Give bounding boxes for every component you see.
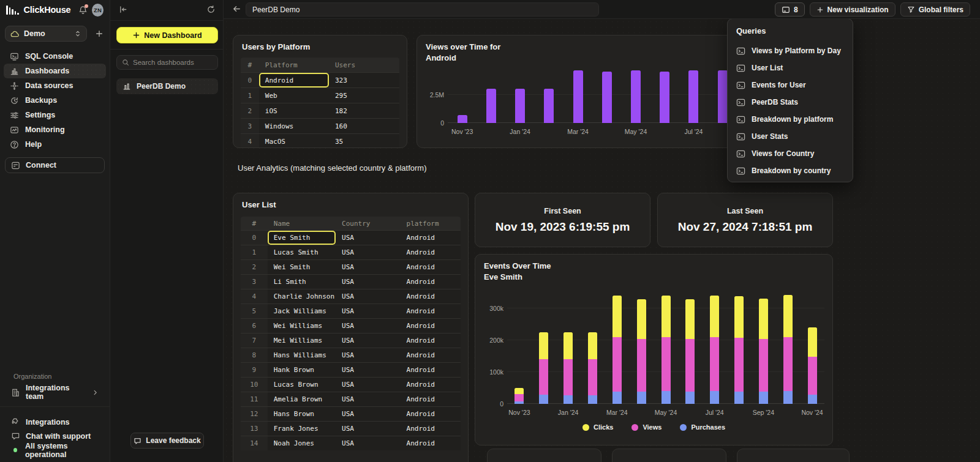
table-row[interactable]: 2iOS182 — [241, 103, 399, 118]
bar-segment-purchases[interactable] — [514, 401, 524, 404]
bar[interactable] — [660, 72, 669, 123]
cell[interactable]: Amelia Brown — [268, 392, 336, 406]
query-item-peerdb-stats[interactable]: PeerDB Stats — [736, 94, 848, 111]
cell[interactable]: 0 — [241, 73, 259, 88]
cell[interactable]: 9 — [241, 363, 268, 377]
table-row[interactable]: 5Jack WilliamsUSAAndroid — [241, 304, 461, 318]
cell[interactable]: Jack Williams — [268, 304, 336, 318]
cell[interactable]: Charlie Johnson — [268, 289, 336, 304]
refresh-button[interactable] — [206, 5, 216, 14]
cell[interactable]: 4 — [241, 134, 259, 148]
query-item-events-for-user[interactable]: Events for User — [736, 76, 848, 94]
sidebar-item-all-systems-operational[interactable]: All systems operational — [5, 443, 105, 457]
query-item-user-stats[interactable]: User Stats — [736, 128, 848, 145]
query-item-views-for-country[interactable]: Views for Country — [736, 145, 848, 162]
bar-segment-clicks[interactable] — [734, 296, 744, 338]
sidebar-item-data-sources[interactable]: Data sources — [4, 78, 106, 93]
cell[interactable]: 12 — [241, 407, 268, 421]
cell[interactable]: Frank Jones — [268, 422, 336, 436]
leave-feedback-button[interactable]: Leave feedback — [130, 433, 204, 449]
bar-segment-purchases[interactable] — [685, 392, 695, 404]
table-row[interactable]: 9Hank BrownUSAAndroid — [241, 362, 461, 377]
bar-segment-views[interactable] — [662, 337, 671, 391]
table-row[interactable]: 0Eve SmithUSAAndroid — [241, 230, 461, 245]
bar-segment-clicks[interactable] — [612, 296, 622, 337]
cell[interactable]: Wei Williams — [268, 319, 336, 333]
cell[interactable]: 6 — [241, 319, 268, 333]
sidebar-item-integrations[interactable]: Integrations — [5, 415, 105, 429]
cell[interactable]: 0 — [241, 231, 268, 245]
cell[interactable]: Android — [401, 378, 461, 392]
cell[interactable]: 14 — [241, 436, 268, 450]
legend-item-purchases[interactable]: Purchases — [680, 423, 725, 431]
cell[interactable]: 3 — [241, 119, 259, 133]
bar[interactable] — [688, 70, 698, 123]
cell[interactable]: Android — [401, 231, 461, 245]
bar-segment-views[interactable] — [759, 339, 768, 392]
legend-item-views[interactable]: Views — [631, 423, 662, 431]
cell[interactable]: USA — [336, 289, 400, 304]
cell[interactable]: USA — [336, 260, 400, 274]
cell[interactable]: 5 — [241, 304, 268, 318]
cell[interactable]: Android — [401, 319, 461, 333]
bar-segment-clicks[interactable] — [564, 332, 573, 359]
query-item-views-by-platform-by-day[interactable]: Views by Platform by Day — [736, 42, 848, 59]
cell[interactable]: USA — [336, 304, 400, 318]
cell[interactable]: Lucas Smith — [268, 245, 336, 259]
cell[interactable]: USA — [336, 422, 400, 436]
bar[interactable] — [458, 115, 467, 123]
sidebar-item-sql-console[interactable]: SQL Console — [4, 49, 106, 64]
table-row[interactable]: 7Mei WilliamsUSAAndroid — [241, 333, 461, 348]
bar-segment-purchases[interactable] — [612, 392, 622, 404]
table-row[interactable]: 6Wei WilliamsUSAAndroid — [241, 318, 461, 333]
cell[interactable]: 295 — [329, 88, 399, 103]
sidebar-item-monitoring[interactable]: Monitoring — [4, 122, 106, 137]
query-item-breakdown-by-country[interactable]: Breakdown by country — [736, 162, 848, 179]
global-filters-button[interactable]: Global filters — [900, 2, 970, 17]
cell[interactable]: 8 — [241, 348, 268, 362]
cell[interactable]: 4 — [241, 289, 268, 304]
dashboard-list-item[interactable]: PeerDB Demo — [116, 78, 218, 94]
table-row[interactable]: 4MacOS35 — [241, 133, 399, 148]
notifications-button[interactable] — [78, 4, 88, 15]
bar-segment-views[interactable] — [734, 338, 744, 392]
cell[interactable]: iOS — [259, 103, 329, 118]
cell[interactable]: USA — [336, 392, 400, 406]
cell[interactable]: Android — [401, 275, 461, 289]
cell[interactable]: Windows — [259, 119, 329, 133]
cell[interactable]: 13 — [241, 422, 268, 436]
cell[interactable]: Noah Jones — [268, 436, 336, 450]
queries-count-button[interactable]: 8 — [775, 2, 805, 17]
bar-segment-purchases[interactable] — [564, 395, 573, 404]
bar-segment-clicks[interactable] — [637, 299, 646, 339]
cell[interactable]: Android — [401, 245, 461, 259]
dashboard-title-input[interactable] — [246, 2, 599, 17]
bar-segment-purchases[interactable] — [637, 392, 646, 404]
table-row[interactable]: 2Wei SmithUSAAndroid — [241, 259, 461, 274]
cell[interactable]: Wei Smith — [268, 260, 336, 274]
bar-segment-views[interactable] — [637, 339, 646, 392]
table-row[interactable]: 14Noah JonesUSAAndroid — [241, 436, 461, 450]
cell[interactable]: USA — [336, 275, 400, 289]
bar-segment-views[interactable] — [539, 359, 548, 395]
cell[interactable]: Android — [401, 304, 461, 318]
cell[interactable]: MacOS — [259, 134, 329, 148]
cell[interactable]: Android — [401, 363, 461, 377]
cell[interactable]: Android — [401, 407, 461, 421]
bar-segment-purchases[interactable] — [808, 395, 817, 404]
bar-segment-clicks[interactable] — [710, 296, 719, 337]
cell[interactable]: Android — [401, 260, 461, 274]
cell[interactable]: Android — [401, 333, 461, 348]
sidebar-item-integrations-team[interactable]: Integrations team — [5, 385, 105, 400]
sidebar-item-backups[interactable]: Backups — [4, 93, 106, 108]
bar-segment-views[interactable] — [514, 394, 524, 401]
cell[interactable]: USA — [336, 245, 400, 259]
bar-segment-clicks[interactable] — [685, 299, 695, 340]
cell[interactable]: Android — [401, 436, 461, 450]
bar-segment-purchases[interactable] — [759, 392, 768, 404]
bar[interactable] — [515, 89, 525, 123]
cell[interactable]: 11 — [241, 392, 268, 406]
cell[interactable]: Web — [259, 88, 329, 103]
cell[interactable]: Android — [401, 422, 461, 436]
bar-segment-clicks[interactable] — [759, 299, 768, 339]
